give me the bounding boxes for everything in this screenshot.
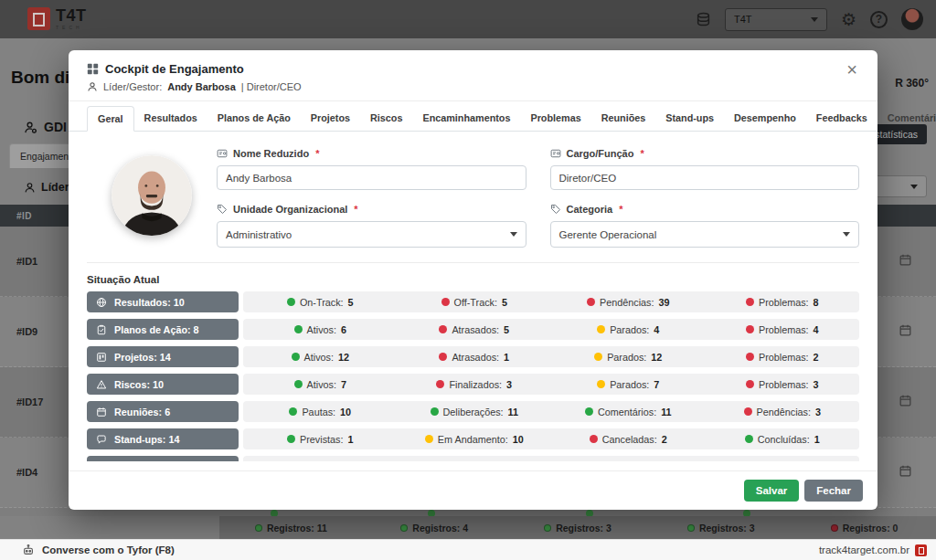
status-dot: [431, 407, 439, 416]
stat-problemas: Problemas:4: [706, 324, 860, 335]
site-link[interactable]: track4target.com.br: [819, 544, 927, 556]
divider: [87, 262, 859, 263]
status-dot: [292, 353, 300, 361]
modal-title: Cockpit de Engajamento: [87, 62, 859, 76]
tab-riscos[interactable]: Riscos: [360, 106, 412, 131]
calendar-icon: [899, 394, 912, 411]
situacao-rows: Resultados: 10On-Track:5Off-Track:5Pendê…: [87, 291, 859, 461]
tyfor-chat-button[interactable]: Converse com o Tyfor (F8): [22, 544, 175, 556]
situacao-stats-bar: On-Track:5Off-Track:5Pendências:39Proble…: [243, 291, 859, 312]
tab-stand-ups[interactable]: Stand-ups: [655, 106, 724, 131]
tab-resultados[interactable]: Resultados: [134, 106, 207, 131]
registros-stat: Registros: 3: [649, 523, 792, 534]
stat-pend-ncias: Pendências:3: [706, 407, 860, 417]
calendar-icon: [899, 323, 912, 337]
calendar-icon: [899, 394, 912, 407]
situacao-label-button[interactable]: Feedbacks: 2: [87, 456, 239, 461]
modal-footer: Salvar Fechar: [69, 470, 878, 510]
help-icon[interactable]: ?: [870, 11, 888, 28]
tenant-select[interactable]: T4T: [725, 8, 827, 31]
situacao-label-button[interactable]: Riscos: 10: [87, 374, 239, 395]
stat-delibera-es: Deliberações:11: [398, 407, 552, 417]
modal-subtitle: Líder/Gestor: Andy Barbosa | Diretor/CEO: [87, 81, 859, 92]
status-dot: [687, 524, 695, 532]
cockpit-modal: Cockpit de Engajamento Líder/Gestor: And…: [69, 50, 878, 510]
status-dot: [436, 380, 444, 388]
situacao-row-feedbacks: Feedbacks: 2Positivos:1Negativos:0Autoav…: [87, 456, 859, 461]
tag-icon: [550, 204, 561, 215]
save-button[interactable]: Salvar: [744, 480, 800, 502]
person-icon: [87, 81, 98, 92]
situacao-label-button[interactable]: Reuniões: 6: [87, 401, 239, 422]
stat-on-track: On-Track:5: [243, 297, 398, 308]
situacao-label-button[interactable]: Planos de Ação: 8: [87, 319, 239, 340]
person-icon: [24, 182, 36, 194]
tab-feedbacks[interactable]: Feedbacks: [806, 106, 878, 131]
stat-pautas: Pautas:10: [243, 407, 398, 417]
database-icon[interactable]: [696, 12, 711, 27]
registros-stat: Registros: 0: [792, 523, 936, 534]
stat-conclu-das: Concluídas:1: [706, 434, 860, 445]
status-dot: [744, 407, 752, 416]
status-dot: [594, 353, 602, 361]
chevron-down-icon: [510, 232, 517, 237]
status-dot: [287, 435, 295, 443]
modal-tabs: GeralResultadosPlanos de AçãoProjetosRis…: [69, 106, 878, 132]
unidade-select[interactable]: Administrativo: [217, 221, 526, 248]
globe-icon: [96, 297, 107, 308]
stat-parados: Parados:7: [551, 379, 706, 390]
modal-body: Nome Reduzido* Unidade Organizacional* A…: [69, 132, 878, 461]
situacao-stats-bar: Previstas:1Em Andamento:10Canceladas:2Co…: [243, 428, 859, 449]
tab-encaminhamentos[interactable]: Encaminhamentos: [412, 106, 520, 131]
row-id: #ID4: [16, 467, 37, 478]
clipboard-check-icon: [96, 324, 107, 335]
tab-planos-de-a-o[interactable]: Planos de Ação: [207, 106, 301, 131]
situacao-stats-bar: Pautas:10Deliberações:11Comentários:11Pe…: [243, 401, 859, 422]
tab-problemas[interactable]: Problemas: [520, 106, 590, 131]
situacao-row-resultados: Resultados: 10On-Track:5Off-Track:5Pendê…: [87, 291, 859, 312]
stat-coment-rios: Comentários:11: [551, 407, 706, 417]
status-dot: [400, 524, 408, 532]
stat-problemas: Problemas:8: [706, 297, 860, 308]
cargo-input[interactable]: [550, 165, 860, 190]
stat-atrasados: Atrasados:1: [398, 352, 552, 363]
arrows-icon: [96, 461, 107, 462]
radar-360-label[interactable]: R 360°: [895, 77, 929, 90]
status-dot: [745, 435, 753, 443]
nome-input[interactable]: [217, 165, 526, 190]
stat-ativos: Ativos:12: [243, 352, 398, 363]
tab-desempenho[interactable]: Desempenho: [724, 106, 806, 131]
tab-geral[interactable]: Geral: [87, 106, 134, 132]
status-dot: [294, 325, 303, 333]
stat-problemas: Problemas:2: [706, 352, 860, 363]
status-dot: [294, 380, 303, 388]
chevron-down-icon: [811, 17, 818, 22]
id-card-icon: [550, 148, 561, 159]
tab-reuni-es[interactable]: Reuniões: [591, 106, 656, 131]
id-column-header: #ID: [16, 211, 32, 221]
status-dot: [585, 407, 593, 416]
close-icon[interactable]: ×: [841, 59, 863, 79]
grid-icon: [87, 63, 99, 75]
stat-problemas: Problemas:3: [706, 379, 860, 390]
situacao-title: Situação Atual: [87, 274, 859, 285]
situacao-label-button[interactable]: Projetos: 14: [87, 346, 239, 367]
status-dot: [439, 353, 447, 361]
categoria-select[interactable]: Gerente Operacional: [550, 221, 860, 248]
status-dot: [287, 298, 295, 306]
chevron-down-icon: [910, 185, 918, 189]
robot-icon: [22, 544, 35, 556]
kanban-icon: [96, 352, 107, 363]
status-dot: [587, 298, 595, 306]
situacao-label-button[interactable]: Resultados: 10: [87, 291, 239, 312]
top-navbar: T4T TECH T4T ⚙ ?: [0, 0, 936, 38]
tab-coment-rios[interactable]: Comentários: [878, 106, 936, 131]
fechar-button[interactable]: Fechar: [804, 480, 863, 502]
stat-positivos: Positivos:1: [243, 461, 398, 462]
tab-projetos[interactable]: Projetos: [301, 106, 360, 131]
situacao-label-button[interactable]: Stand-ups: 14: [87, 428, 239, 449]
user-avatar[interactable]: [901, 8, 923, 30]
gear-icon[interactable]: ⚙: [841, 9, 856, 30]
row-id: #ID17: [16, 396, 43, 407]
status-dot: [597, 380, 605, 388]
